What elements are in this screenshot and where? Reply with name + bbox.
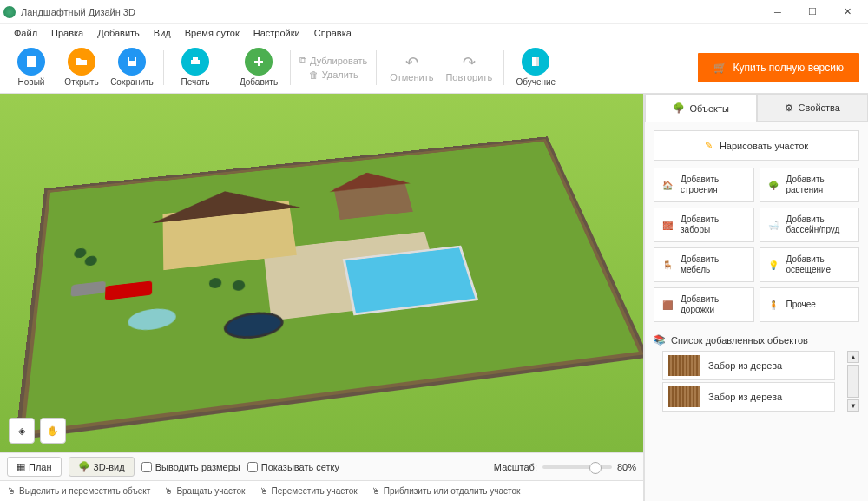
- category-grid: 🏠Добавить строения 🌳Добавить растения 🧱Д…: [645, 168, 868, 322]
- trash-icon: 🗑: [309, 69, 319, 80]
- sidebar: 🌳Объекты ⚙Свойства ✎ Нарисовать участок …: [644, 94, 868, 501]
- new-button[interactable]: Новый: [9, 48, 54, 87]
- scale-slider[interactable]: [542, 465, 612, 469]
- scale-label: Масштаб:: [494, 462, 537, 472]
- menu-add[interactable]: Добавить: [90, 26, 147, 40]
- undo-button[interactable]: ↶ Отменить: [385, 53, 437, 82]
- plant-icon: 🌳: [766, 177, 781, 193]
- fence-thumb: [668, 355, 700, 376]
- scrollbar-track[interactable]: [847, 365, 859, 398]
- svg-rect-5: [532, 57, 536, 66]
- folder-icon: [68, 48, 95, 76]
- redo-button[interactable]: ↷ Повторить: [443, 53, 495, 82]
- status-rotate[interactable]: 🖱Вращать участок: [164, 486, 245, 496]
- print-button[interactable]: Печать: [173, 48, 218, 87]
- gear-icon: ⚙: [785, 102, 793, 114]
- menu-view[interactable]: Вид: [147, 26, 178, 40]
- fence-icon: 🧱: [660, 217, 675, 233]
- status-select[interactable]: 🖱Выделить и переместить объект: [7, 486, 150, 496]
- menu-help[interactable]: Справка: [307, 26, 358, 40]
- tab-objects[interactable]: 🌳Объекты: [645, 94, 757, 122]
- menubar: Файл Правка Добавить Вид Время суток Нас…: [0, 24, 868, 42]
- book-icon: [522, 48, 549, 76]
- path-icon: 🟫: [660, 297, 675, 313]
- chair-icon: 🪑: [660, 257, 675, 273]
- cat-furniture[interactable]: 🪑Добавить мебель: [654, 247, 754, 282]
- object-list-header: 📚 Список добавленных объектов: [654, 334, 859, 346]
- titlebar: Ландшафтный Дизайн 3D ─ ☐ ✕: [0, 0, 868, 24]
- show-grid-checkbox[interactable]: Показывать сетку: [247, 462, 339, 472]
- cat-paths[interactable]: 🟫Добавить дорожки: [654, 287, 754, 322]
- undo-icon: ↶: [405, 53, 418, 72]
- 3d-view-button[interactable]: 🌳3D-вид: [69, 457, 135, 477]
- sidebar-tabs: 🌳Объекты ⚙Свойства: [645, 94, 868, 122]
- buy-button[interactable]: 🛒 Купить полную версию: [698, 53, 859, 82]
- app-icon: [3, 6, 16, 18]
- cart-icon: 🛒: [713, 62, 727, 74]
- objects-icon: 🌳: [673, 102, 685, 114]
- draw-plot-button[interactable]: ✎ Нарисовать участок: [654, 130, 859, 161]
- list-scroll: ▲ ▼: [847, 351, 859, 412]
- plan-view-button[interactable]: ▦План: [7, 457, 62, 477]
- redo-icon: ↷: [463, 53, 476, 72]
- cat-plants[interactable]: 🌳Добавить растения: [760, 168, 860, 202]
- menu-daytime[interactable]: Время суток: [178, 26, 247, 40]
- pan-button[interactable]: ✋: [40, 418, 66, 444]
- show-dimensions-checkbox[interactable]: Выводить размеры: [141, 462, 240, 472]
- duplicate-button[interactable]: ⧉Дублировать: [299, 55, 367, 66]
- cat-buildings[interactable]: 🏠Добавить строения: [654, 168, 754, 202]
- view-toolbar: ▦План 🌳3D-вид Выводить размеры Показыват…: [0, 452, 643, 480]
- save-icon: [118, 48, 146, 76]
- lamp-icon: 💡: [766, 257, 781, 273]
- learn-button[interactable]: Обучение: [513, 48, 558, 87]
- svg-rect-6: [536, 57, 539, 66]
- minimize-button[interactable]: ─: [760, 0, 795, 24]
- maximize-button[interactable]: ☐: [795, 0, 830, 24]
- duplicate-delete-group: ⧉Дублировать 🗑Удалить: [299, 55, 367, 80]
- list-item[interactable]: Забор из дерева: [662, 351, 835, 380]
- delete-button[interactable]: 🗑Удалить: [309, 69, 358, 80]
- 3d-viewport[interactable]: ◈ ✋: [0, 94, 643, 452]
- viewport-panel: ◈ ✋ ▦План 🌳3D-вид Выводить размеры Показ…: [0, 94, 644, 501]
- list-item[interactable]: Забор из дерева: [662, 382, 835, 412]
- svg-rect-0: [27, 56, 36, 67]
- status-move[interactable]: 🖱Переместить участок: [260, 486, 358, 496]
- open-button[interactable]: Открыть: [59, 48, 104, 87]
- save-button[interactable]: Сохранить: [109, 48, 155, 87]
- scale-value: 80%: [617, 462, 636, 472]
- main: ◈ ✋ ▦План 🌳3D-вид Выводить размеры Показ…: [0, 94, 868, 501]
- plan-icon: ▦: [16, 461, 25, 472]
- cat-lighting[interactable]: 💡Добавить освещение: [760, 247, 860, 282]
- object-list: Забор из дерева Забор из дерева: [654, 351, 844, 412]
- scroll-up-button[interactable]: ▲: [847, 351, 859, 363]
- menu-file[interactable]: Файл: [7, 26, 44, 40]
- orbit-button[interactable]: ◈: [9, 418, 35, 444]
- print-icon: [181, 48, 209, 76]
- menu-edit[interactable]: Правка: [44, 26, 90, 40]
- other-icon: 🧍: [766, 297, 781, 313]
- tree-icon: 🌳: [78, 461, 90, 472]
- svg-rect-3: [191, 60, 200, 64]
- svg-rect-4: [193, 57, 198, 60]
- app-title: Ландшафтный Дизайн 3D: [21, 7, 135, 17]
- add-button[interactable]: Добавить: [236, 48, 281, 87]
- cursor-icon: 🖱: [7, 486, 16, 496]
- svg-rect-2: [129, 57, 135, 61]
- cat-pool[interactable]: 🛁Добавить бассейн/пруд: [760, 208, 860, 242]
- copy-icon: ⧉: [299, 55, 306, 66]
- fence-thumb: [668, 386, 700, 407]
- zoom-icon: 🖱: [372, 486, 380, 496]
- menu-settings[interactable]: Настройки: [247, 26, 307, 40]
- house-icon: 🏠: [660, 177, 675, 193]
- scroll-down-button[interactable]: ▼: [847, 399, 859, 412]
- toolbar: Новый Открыть Сохранить Печать Добавить …: [0, 42, 868, 94]
- status-zoom[interactable]: 🖱Приблизить или отдалить участок: [372, 486, 521, 496]
- cat-other[interactable]: 🧍Прочее: [760, 287, 860, 322]
- close-button[interactable]: ✕: [830, 0, 865, 24]
- rotate-icon: 🖱: [164, 486, 173, 496]
- status-bar: 🖱Выделить и переместить объект 🖱Вращать …: [0, 480, 643, 501]
- move-icon: 🖱: [260, 486, 268, 496]
- cat-fences[interactable]: 🧱Добавить заборы: [654, 208, 754, 242]
- tab-properties[interactable]: ⚙Свойства: [757, 94, 869, 122]
- pool-icon: 🛁: [766, 217, 781, 233]
